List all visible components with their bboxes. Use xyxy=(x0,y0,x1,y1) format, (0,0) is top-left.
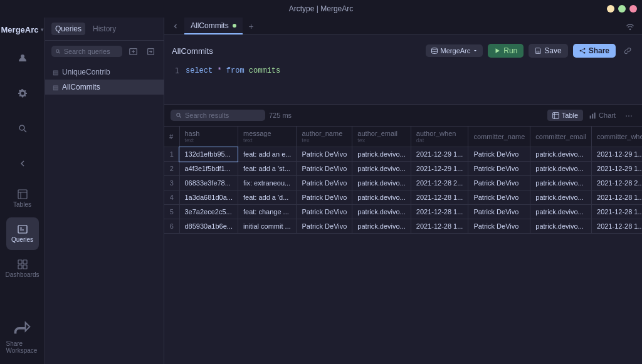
gear-icon xyxy=(18,88,28,98)
table-cell-committer_when: 2021-12-29 1... xyxy=(592,162,642,176)
svg-point-1 xyxy=(19,125,24,130)
svg-line-26 xyxy=(180,117,181,118)
search-queries-input[interactable] xyxy=(64,48,118,55)
run-label: Run xyxy=(503,46,517,55)
query-icon: ▤ xyxy=(53,84,58,91)
datasource-selector[interactable]: MergeArc xyxy=(426,44,483,57)
query-elapsed-time: 725 ms xyxy=(269,112,292,119)
sidebar-item-settings[interactable] xyxy=(6,77,39,110)
nav-back-button[interactable] xyxy=(169,20,182,33)
table-cell-committer_name: Patrick DeVivo xyxy=(468,190,530,205)
add-query-button[interactable] xyxy=(126,44,140,58)
svg-rect-19 xyxy=(537,51,539,53)
table-cell-hash: 1a3da681d0a... xyxy=(179,190,238,205)
table-header-row: # hash text message text author_name tex xyxy=(164,127,642,147)
main-tab-all-commits[interactable]: AllCommits xyxy=(184,18,243,34)
table-cell-committer_email: patrick.devivo... xyxy=(530,176,592,190)
sidebar-nav: Tables Queries Dashboards xyxy=(0,42,45,321)
editor-area[interactable]: 1 select * from commits xyxy=(164,61,642,99)
view-chart-label: Chart xyxy=(599,112,616,119)
tab-list: AllCommits xyxy=(184,18,243,34)
table-cell-message: feat: change ... xyxy=(238,205,296,219)
sidebar-item-queries[interactable]: Queries xyxy=(6,217,39,250)
table-cell-num: 1 xyxy=(164,147,179,162)
table-cell-committer_name: Patrick DeVivo xyxy=(468,162,530,176)
more-options-button[interactable]: ··· xyxy=(622,108,636,122)
table-row[interactable]: 53e7a2ece2c5...feat: change ...Patrick D… xyxy=(164,205,642,219)
table-cell-hash: a4f3e1f5bdf1... xyxy=(179,162,238,176)
tables-label: Tables xyxy=(13,201,31,208)
sidebar-item-profile[interactable] xyxy=(6,42,39,75)
col-header-author-email: author_email tex xyxy=(352,127,411,147)
query-header: AllCommits MergeArc xyxy=(164,40,642,61)
app-logo[interactable]: MergeArc ▾ xyxy=(0,23,45,37)
keyword-select: select xyxy=(186,66,213,75)
import-query-button[interactable] xyxy=(144,44,157,58)
view-table-button[interactable]: Table xyxy=(547,110,583,121)
app-name: MergeArc xyxy=(1,25,39,34)
table-cell-author_name: Patrick DeVivo xyxy=(297,176,352,190)
search-results-wrapper xyxy=(171,110,265,121)
search-results-input[interactable] xyxy=(185,112,260,119)
table-cell-committer_email: patrick.devivo... xyxy=(530,162,592,176)
search-results-icon xyxy=(176,112,182,118)
svg-rect-10 xyxy=(23,260,27,264)
table-cell-hash: 06833e3fe78... xyxy=(179,176,238,190)
new-tab-button[interactable]: + xyxy=(245,20,258,33)
run-button[interactable]: Run xyxy=(488,44,524,58)
table-cell-committer_when: 2021-12-28 1... xyxy=(592,190,642,205)
chevron-left-icon xyxy=(18,159,28,169)
sidebar-item-search[interactable] xyxy=(6,112,39,145)
table-row[interactable]: 306833e3fe78...fix: extraneou...Patrick … xyxy=(164,176,642,190)
copy-link-button[interactable] xyxy=(621,44,634,58)
table-cell-committer_when: 2021-12-28 2... xyxy=(592,176,642,190)
svg-rect-31 xyxy=(592,113,593,118)
table-row[interactable]: 41a3da681d0a...feat: add a 'd...Patrick … xyxy=(164,190,642,205)
table-cell-author_when: 2021-12-28 1... xyxy=(411,219,468,234)
query-item-all-commits[interactable]: ▤ AllCommits xyxy=(45,80,164,95)
table-body: 1132d1efbb95...feat: add an e...Patrick … xyxy=(164,147,642,234)
import-icon xyxy=(147,48,155,56)
close-button[interactable]: ✕ xyxy=(629,5,637,13)
table-cell-author_when: 2021-12-29 1... xyxy=(411,162,468,176)
table-cell-message: initial commit ... xyxy=(238,219,296,234)
table-cell-author_email: patrick.devivo... xyxy=(352,176,411,190)
left-sidebar: MergeArc ▾ xyxy=(0,18,45,364)
title-bar: Arctype | MergeArc − + ✕ xyxy=(0,0,642,18)
table-cell-author_email: patrick.devivo... xyxy=(352,162,411,176)
sidebar-item-share-workspace[interactable]: Share Workspace xyxy=(6,321,39,354)
save-label: Save xyxy=(544,46,561,55)
play-icon xyxy=(494,48,500,54)
table-cell-message: feat: add a 'd... xyxy=(238,190,296,205)
sidebar-item-back[interactable] xyxy=(6,147,39,180)
table-view-icon xyxy=(552,112,559,119)
sidebar-item-tables[interactable]: Tables xyxy=(6,182,39,215)
code-editor[interactable]: select * from commits xyxy=(186,66,280,94)
svg-point-20 xyxy=(584,48,586,50)
table-row[interactable]: 2a4f3e1f5bdf1...feat: add a 'st...Patric… xyxy=(164,162,642,176)
table-row[interactable]: 6d85930a1b6e...initial commit ...Patrick… xyxy=(164,219,642,234)
view-chart-button[interactable]: Chart xyxy=(584,110,621,121)
table-row[interactable]: 1132d1efbb95...feat: add an e...Patrick … xyxy=(164,147,642,162)
query-list: ▤ UniqueContrib ▤ AllCommits xyxy=(45,62,164,97)
col-header-committer-when: committer_when xyxy=(592,127,642,147)
table-cell-author_email: patrick.devivo... xyxy=(352,147,411,162)
query-item-unique-contrib[interactable]: ▤ UniqueContrib xyxy=(45,65,164,80)
table-cell-author_name: Patrick DeVivo xyxy=(297,190,352,205)
sidebar-item-dashboards[interactable]: Dashboards xyxy=(6,252,39,285)
table-cell-message: fix: extraneou... xyxy=(238,176,296,190)
share-button[interactable]: Share xyxy=(573,44,616,58)
tab-history[interactable]: History xyxy=(89,23,120,35)
table-cell-hash: 132d1efbb95... xyxy=(179,147,238,162)
maximize-button[interactable]: + xyxy=(618,5,626,13)
table-cell-hash: d85930a1b6e... xyxy=(179,219,238,234)
minimize-button[interactable]: − xyxy=(607,5,614,13)
table-cell-committer_name: Patrick DeVivo xyxy=(468,205,530,219)
table-cell-message: feat: add an e... xyxy=(238,147,296,162)
save-button[interactable]: Save xyxy=(529,44,567,58)
table-cell-author_email: patrick.devivo... xyxy=(352,219,411,234)
tab-queries[interactable]: Queries xyxy=(51,23,85,35)
table-name: commits xyxy=(249,66,280,75)
table-cell-committer_name: Patrick DeVivo xyxy=(468,147,530,162)
results-table-wrapper[interactable]: # hash text message text author_name tex xyxy=(164,127,642,364)
